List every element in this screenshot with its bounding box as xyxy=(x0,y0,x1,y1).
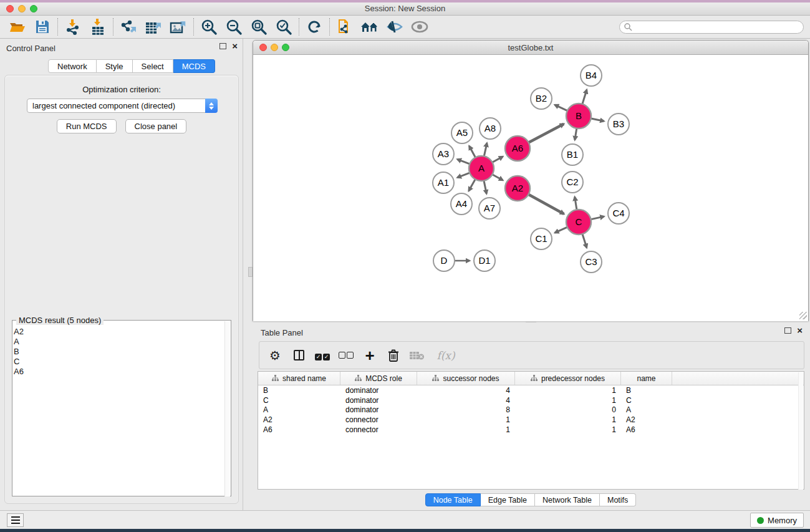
edge-A-A8[interactable] xyxy=(484,143,487,157)
hide-details-button[interactable] xyxy=(382,17,407,36)
node-A1[interactable]: A1 xyxy=(433,172,454,193)
node-B2[interactable]: B2 xyxy=(531,88,552,109)
column-header-shared-name[interactable]: shared name xyxy=(258,372,340,385)
node-C2[interactable]: C2 xyxy=(562,172,583,193)
cell-name[interactable]: A xyxy=(621,405,672,414)
result-item[interactable]: C xyxy=(14,357,219,367)
cell-predecessor-nodes[interactable]: 0 xyxy=(515,405,621,414)
task-history-button[interactable] xyxy=(7,513,24,527)
node-D[interactable]: D xyxy=(433,250,455,271)
tab-network-table[interactable]: Network Table xyxy=(535,493,600,506)
delete-column-button[interactable] xyxy=(384,346,403,365)
close-table-panel-icon[interactable]: × xyxy=(797,327,803,334)
network-close-button[interactable] xyxy=(259,44,267,51)
cell-name[interactable]: C xyxy=(621,396,672,405)
tab-select[interactable]: Select xyxy=(133,59,173,73)
open-session-button[interactable] xyxy=(5,17,30,36)
cell-shared-name[interactable]: A2 xyxy=(258,415,340,424)
minimize-window-button[interactable] xyxy=(18,5,26,12)
cell-successor-nodes[interactable]: 1 xyxy=(417,425,515,434)
search-box[interactable] xyxy=(619,21,804,34)
close-panel-button[interactable]: Close panel xyxy=(125,119,187,133)
zoom-selected-button[interactable] xyxy=(271,17,296,36)
zoom-in-button[interactable] xyxy=(196,17,221,36)
column-header-successor-nodes[interactable]: successor nodes xyxy=(417,372,515,385)
cell-successor-nodes[interactable]: 8 xyxy=(417,405,515,414)
cell-successor-nodes[interactable]: 4 xyxy=(417,396,515,405)
resize-grip[interactable] xyxy=(799,312,807,319)
tab-edge-table[interactable]: Edge Table xyxy=(481,493,535,506)
node-A2[interactable]: A2 xyxy=(505,176,530,201)
result-item[interactable]: A2 xyxy=(14,327,219,337)
panel-divider-grip[interactable] xyxy=(248,267,253,277)
result-item[interactable]: A6 xyxy=(14,367,219,377)
node-B1[interactable]: B1 xyxy=(562,144,583,165)
cell-name[interactable]: A2 xyxy=(621,415,672,424)
close-window-button[interactable] xyxy=(6,5,14,12)
result-item[interactable]: A xyxy=(14,337,219,347)
cell-predecessor-nodes[interactable]: 1 xyxy=(515,415,621,424)
network-view[interactable]: B4B2BB3B1A5A8A6A3AA1A4A7A2C2CC4C1C3DD1 xyxy=(253,55,808,321)
edge-B-B4[interactable] xyxy=(582,90,587,105)
clone-network-button[interactable] xyxy=(332,17,357,36)
select-all-button[interactable]: ✓✓ xyxy=(313,346,332,365)
edge-C-C3[interactable] xyxy=(582,233,586,248)
cell-shared-name[interactable]: A6 xyxy=(258,425,340,434)
cell-shared-name[interactable]: C xyxy=(258,396,340,405)
import-table-button[interactable] xyxy=(85,17,110,36)
cell-predecessor-nodes[interactable]: 1 xyxy=(515,386,621,395)
edge-B-B3[interactable] xyxy=(590,118,604,122)
export-image-button[interactable] xyxy=(166,17,191,36)
edge-A-A3[interactable] xyxy=(457,159,471,164)
column-header-MCDS-role[interactable]: MCDS role xyxy=(340,372,417,385)
cell-successor-nodes[interactable]: 4 xyxy=(417,386,515,395)
function-builder-button[interactable]: f(x) xyxy=(432,346,460,365)
node-C4[interactable]: C4 xyxy=(608,203,629,224)
cell-shared-name[interactable]: A xyxy=(258,405,340,414)
node-A3[interactable]: A3 xyxy=(433,143,454,165)
edge-A-A1[interactable] xyxy=(457,172,471,177)
cell-predecessor-nodes[interactable]: 1 xyxy=(515,425,621,434)
column-header-predecessor-nodes[interactable]: predecessor nodes xyxy=(515,372,621,385)
network-window-titlebar[interactable]: testGlobe.txt xyxy=(253,41,808,55)
home-layouts-button[interactable] xyxy=(357,17,382,36)
table-row[interactable]: Bdominator41B xyxy=(258,385,804,395)
criterion-dropdown[interactable]: largest connected component (directed) xyxy=(27,99,218,113)
result-scrollbar[interactable] xyxy=(224,321,230,496)
cell-MCDS-role[interactable]: dominator xyxy=(340,386,417,395)
edge-A2-C[interactable] xyxy=(528,194,564,214)
table-scrollbar[interactable] xyxy=(798,372,803,490)
table-row[interactable]: A2connector11A2 xyxy=(258,415,804,425)
tab-network[interactable]: Network xyxy=(48,59,97,73)
zoom-out-button[interactable] xyxy=(221,17,246,36)
edge-C-C2[interactable] xyxy=(575,197,577,211)
tab-style[interactable]: Style xyxy=(97,59,133,73)
mcds-result-list[interactable]: A2ABCA6 xyxy=(14,327,219,377)
cell-MCDS-role[interactable]: dominator xyxy=(340,405,417,414)
node-A4[interactable]: A4 xyxy=(451,193,472,215)
table-row[interactable]: A6connector11A6 xyxy=(258,425,804,435)
edge-C-C4[interactable] xyxy=(590,216,604,220)
node-C[interactable]: C xyxy=(566,210,591,235)
table-row[interactable]: Cdominator41C xyxy=(258,395,804,405)
search-input[interactable] xyxy=(632,22,803,31)
add-column-button[interactable]: + xyxy=(360,346,379,365)
node-B3[interactable]: B3 xyxy=(608,114,629,135)
cell-name[interactable]: B xyxy=(621,386,672,395)
edge-A-A4[interactable] xyxy=(469,178,476,191)
close-panel-icon[interactable]: × xyxy=(232,43,238,49)
edge-B-B2[interactable] xyxy=(555,105,569,111)
show-eye-button[interactable] xyxy=(407,17,432,36)
tab-mcds[interactable]: MCDS xyxy=(173,59,215,73)
node-A8[interactable]: A8 xyxy=(480,118,501,139)
node-A[interactable]: A xyxy=(469,156,494,181)
save-session-button[interactable] xyxy=(30,17,55,36)
float-panel-icon[interactable] xyxy=(219,43,226,49)
cell-MCDS-role[interactable]: dominator xyxy=(340,396,417,405)
cell-MCDS-role[interactable]: connector xyxy=(340,415,417,424)
table-row[interactable]: Adominator80A xyxy=(258,405,804,415)
node-A5[interactable]: A5 xyxy=(451,122,473,143)
node-D1[interactable]: D1 xyxy=(474,250,495,271)
tab-motifs[interactable]: Motifs xyxy=(600,493,636,506)
export-network-button[interactable] xyxy=(116,17,141,36)
